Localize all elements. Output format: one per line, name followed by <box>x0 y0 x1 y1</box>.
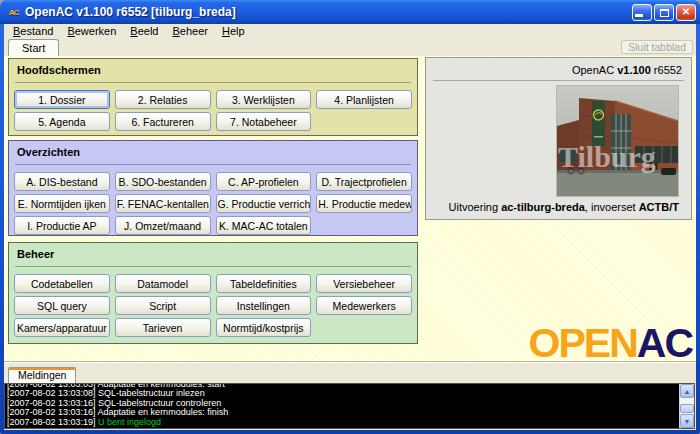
maximize-button-icon[interactable] <box>654 4 674 21</box>
openac-logo: OPENAC <box>529 324 692 362</box>
menu-item-1[interactable]: Bewerken <box>60 24 123 38</box>
hoofdschermen-button-2[interactable]: 3. Werklijsten <box>216 90 312 109</box>
beheer-button-1[interactable]: Datamodel <box>115 274 211 293</box>
maximize-icon <box>660 9 669 17</box>
section-separator <box>15 266 411 267</box>
logo-ac: AC <box>637 320 692 366</box>
beheer-button-3[interactable]: Versiebeheer <box>316 274 412 293</box>
close-tab-button[interactable]: Sluit tabblad <box>621 40 693 54</box>
beheer-button-grid: CodetabellenDatamodelTabeldefinitiesVers… <box>14 274 412 337</box>
overzichten-button-9[interactable]: J. Omzet/maand <box>115 216 211 235</box>
section-separator <box>15 82 411 83</box>
section-hoofdschermen: Hoofdschermen 1. Dossier2. Relaties3. We… <box>8 58 418 136</box>
building-photo: Tilburg <box>556 85 679 197</box>
section-beheer: Beheer CodetabellenDatamodelTabeldefinit… <box>8 242 418 344</box>
scroll-down-icon[interactable]: ▼ <box>680 414 694 428</box>
overzichten-button-0[interactable]: A. DIS-bestand <box>14 172 110 191</box>
window-title: OpenAC v1.100 r6552 [tilburg_breda] <box>25 5 632 19</box>
app-window: AC OpenAC v1.100 r6552 [tilburg_breda] ✕… <box>0 0 700 434</box>
minimize-icon <box>635 14 643 17</box>
beheer-button-5[interactable]: Script <box>115 296 211 315</box>
overzichten-button-grid: A. DIS-bestandB. SDO-bestandenC. AP-prof… <box>14 172 412 235</box>
tab-meldingen[interactable]: Meldingen <box>8 367 76 383</box>
beheer-button-6[interactable]: Instellingen <box>216 296 312 315</box>
hoofdschermen-button-0[interactable]: 1. Dossier <box>14 90 110 109</box>
info-caption: Uitvoering ac-tilburg-breda, invoerset A… <box>449 201 679 213</box>
info-panel: OpenAC v1.100 r6552 <box>425 57 692 220</box>
overzichten-button-5[interactable]: F. FENAC-kentallen <box>115 194 211 213</box>
beheer-button-10[interactable]: Normtijd/kostprijs <box>216 318 312 337</box>
beheer-button-8[interactable]: Kamers/apparatuur <box>14 318 110 337</box>
tab-bar: Start Sluit tabblad <box>4 38 696 56</box>
menu-item-0[interactable]: Bestand <box>6 24 60 38</box>
log-scrollbar[interactable]: ▲ ▼ <box>679 384 694 428</box>
hoofdschermen-button-1[interactable]: 2. Relaties <box>115 90 211 109</box>
log-console[interactable]: [2007-08-02 13:03:03] Adaptatie en kernm… <box>4 383 695 429</box>
start-tab-content: Hoofdschermen 1. Dossier2. Relaties3. We… <box>4 56 696 362</box>
close-button-icon[interactable]: ✕ <box>676 4 696 21</box>
minimize-button-icon[interactable] <box>632 4 652 21</box>
hoofdschermen-button-3[interactable]: 4. Planlijsten <box>316 90 412 109</box>
beheer-button-4[interactable]: SQL query <box>14 296 110 315</box>
section-title: Hoofdschermen <box>17 64 101 76</box>
section-separator <box>15 164 411 165</box>
overzichten-button-10[interactable]: K. MAC-AC totalen <box>216 216 312 235</box>
logo-open: OPEN <box>529 320 637 366</box>
app-logo-icon: AC <box>6 5 21 19</box>
scrollbar-thumb[interactable] <box>680 404 694 413</box>
beheer-button-0[interactable]: Codetabellen <box>14 274 110 293</box>
menu-item-4[interactable]: Help <box>215 24 252 38</box>
section-overzichten: Overzichten A. DIS-bestandB. SDO-bestand… <box>8 140 418 236</box>
log-lines: [2007-08-02 13:03:03] Adaptatie en kernm… <box>7 383 694 427</box>
menu-bar: BestandBewerkenBeeldBeheerHelp <box>4 24 696 38</box>
info-separator <box>433 80 684 81</box>
version-line: OpenAC v1.100 r6552 <box>572 64 682 76</box>
hoofdschermen-button-6[interactable]: 7. Notabeheer <box>216 112 312 131</box>
beheer-button-9[interactable]: Tarieven <box>115 318 211 337</box>
overzichten-button-2[interactable]: C. AP-profielen <box>216 172 312 191</box>
hoofdschermen-button-4[interactable]: 5. Agenda <box>14 112 110 131</box>
menu-item-2[interactable]: Beeld <box>123 24 165 38</box>
menu-item-3[interactable]: Beheer <box>165 24 214 38</box>
window-frame: BestandBewerkenBeeldBeheerHelp Start Slu… <box>4 24 696 430</box>
overzichten-button-4[interactable]: E. Normtijden ijken <box>14 194 110 213</box>
tab-start[interactable]: Start <box>8 39 59 56</box>
photo-watermark: Tilburg <box>558 140 656 173</box>
scroll-up-icon[interactable]: ▲ <box>680 384 694 398</box>
overzichten-button-8[interactable]: I. Productie AP <box>14 216 110 235</box>
title-bar[interactable]: AC OpenAC v1.100 r6552 [tilburg_breda] ✕ <box>0 0 700 24</box>
overzichten-button-6[interactable]: G. Productie verrichtingen <box>216 194 312 213</box>
overzichten-button-7[interactable]: H. Productie medewerkers <box>316 194 412 213</box>
hoofdschermen-button-5[interactable]: 6. Factureren <box>115 112 211 131</box>
section-title: Beheer <box>17 248 54 260</box>
hoofdschermen-button-grid: 1. Dossier2. Relaties3. Werklijsten4. Pl… <box>14 90 412 131</box>
section-title: Overzichten <box>17 146 80 158</box>
log-timestamp: [2007-08-02 13:03:19] <box>7 417 98 427</box>
overzichten-button-3[interactable]: D. Trajectprofielen <box>316 172 412 191</box>
beheer-button-2[interactable]: Tabeldefinities <box>216 274 312 293</box>
beheer-button-7[interactable]: Medewerkers <box>316 296 412 315</box>
log-message: U bent ingelogd <box>98 417 161 427</box>
log-strip: Meldingen [2007-08-02 13:03:03] Adaptati… <box>4 362 696 430</box>
close-icon: ✕ <box>682 4 690 20</box>
log-line-4: [2007-08-02 13:03:19] U bent ingelogd <box>7 418 694 427</box>
overzichten-button-1[interactable]: B. SDO-bestanden <box>115 172 211 191</box>
